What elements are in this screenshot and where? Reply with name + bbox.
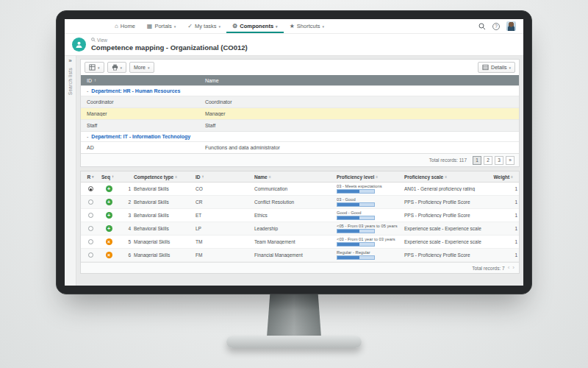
app-logo-icon [72, 38, 86, 52]
column-header-weight[interactable]: Weight ≡ [490, 174, 519, 180]
main-content: ▾ ▾ More ▾ Details [76, 56, 523, 286]
proficiency-bar[interactable] [337, 216, 375, 220]
status-added-icon: + [106, 199, 112, 205]
nav-item-shortcuts[interactable]: ★ Shortcuts ▾ [284, 19, 330, 33]
cell-weight: 1 [490, 199, 519, 205]
collapse-group-icon[interactable]: - [87, 134, 88, 139]
cell-proficiency-level: Regular - Regular [335, 250, 403, 260]
column-header-proficiency-level[interactable]: Proficiency level ≡ [335, 174, 403, 180]
cell-id: CO [194, 186, 253, 191]
table-row[interactable]: Staff Staff [81, 119, 519, 131]
page-button-3[interactable]: 3 [495, 156, 503, 165]
sort-asc-icon: ↑ [94, 78, 96, 82]
competences-table-header: R ▾ Seq ↑ Competence type ≡ ID [81, 171, 519, 183]
cell-proficiency-level: Good - Good [335, 210, 403, 220]
cell-proficiency-level: 03 - Good [335, 197, 403, 207]
view-label: View [97, 38, 107, 43]
table-row[interactable]: AD Functions and data administrator [81, 141, 519, 153]
table-row-selected[interactable]: Manager Manager [81, 107, 519, 119]
nav-label: Home [121, 23, 135, 29]
view-search-icon [91, 38, 96, 43]
level-label: Good - Good [337, 210, 401, 215]
more-button[interactable]: More ▾ [129, 62, 154, 73]
expand-panel-button[interactable]: » [68, 58, 71, 64]
competence-row[interactable]: × 6 Managerial Skills FM Financial Manag… [81, 249, 519, 262]
cell-id: LP [194, 226, 253, 231]
cell-proficiency-scale: PPS - Proficiency Profile Score [403, 252, 490, 258]
cell-proficiency-scale: PPS - Proficiency Profile Score [403, 213, 490, 218]
group-label[interactable]: Department: HR - Human Resources [91, 88, 180, 93]
cell-name: Manager [199, 111, 519, 116]
proficiency-bar[interactable] [337, 189, 375, 194]
collapse-group-icon[interactable]: - [87, 88, 88, 93]
details-button[interactable]: Details ▾ [478, 62, 515, 73]
status-added-icon: + [106, 185, 112, 192]
column-header-name[interactable]: Name ≡ [253, 174, 335, 180]
status-added-icon: + [106, 225, 112, 232]
row-select-radio[interactable] [88, 226, 93, 231]
row-select-radio[interactable] [88, 252, 93, 258]
print-button[interactable]: ▾ [107, 62, 127, 73]
competence-row[interactable]: × 5 Managerial Skills TM Team Management… [81, 236, 519, 249]
column-header-id[interactable]: ID ↑ [81, 78, 199, 83]
row-select-radio[interactable] [88, 199, 93, 205]
cell-name: Staff [199, 123, 519, 128]
column-label: R [87, 174, 90, 180]
row-select-radio[interactable] [88, 186, 93, 191]
table-icon [89, 64, 96, 71]
column-header-r[interactable]: R ▾ [81, 174, 100, 180]
positions-table-header: ID ↑ Name [81, 75, 519, 85]
monitor-frame: ⌂ Home ▦ Portals ▾ ✓ My tasks ▾ ⚙ Compon… [56, 10, 532, 294]
view-row: View [91, 38, 248, 43]
proficiency-bar[interactable] [337, 202, 375, 207]
cell-id: Staff [81, 123, 199, 128]
star-icon: ★ [290, 24, 295, 29]
row-select-radio[interactable] [88, 213, 93, 218]
level-label: 03 - Meets expectations [337, 184, 401, 188]
nav-item-components[interactable]: ⚙ Components ▾ [226, 19, 284, 33]
sort-asc-icon: ↑ [112, 174, 114, 179]
level-label: <05 - From 03 years to 05 years [337, 224, 401, 228]
competence-row[interactable]: + 1 Behavioral Skills CO Communication 0… [81, 183, 519, 196]
proficiency-bar[interactable] [337, 229, 375, 233]
nav-item-home[interactable]: ⌂ Home [109, 19, 141, 33]
chevron-down-icon: ▾ [98, 66, 100, 70]
page-button-1[interactable]: 1 [473, 156, 481, 165]
group-row-hr[interactable]: - Department: HR - Human Resources [81, 85, 519, 96]
competences-table-footer: Total records: 7 ‹ › [81, 262, 519, 273]
column-header-competence-type[interactable]: Competence type ≡ [132, 174, 194, 180]
page-button-next[interactable]: » [506, 156, 514, 165]
help-icon[interactable]: ? [492, 23, 500, 30]
competence-row[interactable]: + 3 Behavioral Skills ET Ethics Good - G… [81, 209, 519, 222]
proficiency-bar[interactable] [337, 255, 375, 260]
column-label: ID [196, 174, 201, 180]
group-row-it[interactable]: - Department: IT - Information Technolog… [81, 131, 519, 141]
column-header-seq[interactable]: Seq ↑ [100, 174, 132, 180]
nav-label: Shortcuts [297, 23, 320, 29]
cell-seq: 3 [118, 213, 132, 218]
competences-panel: R ▾ Seq ↑ Competence type ≡ ID [80, 171, 520, 274]
column-header-id[interactable]: ID ↑ [194, 174, 253, 180]
view-options-button[interactable]: ▾ [85, 62, 104, 73]
competence-row[interactable]: + 2 Behavioral Skills CR Conflict Resolu… [81, 196, 519, 209]
cell-competence-type: Behavioral Skills [132, 199, 194, 205]
page-button-2[interactable]: 2 [484, 156, 492, 165]
proficiency-bar[interactable] [337, 242, 375, 247]
next-page-button[interactable]: › [512, 265, 514, 271]
nav-item-portals[interactable]: ▦ Portals ▾ [141, 19, 182, 33]
column-header-name[interactable]: Name [199, 78, 519, 83]
chevron-down-icon: ▾ [121, 66, 123, 70]
group-label[interactable]: Department: IT - Information Technology [91, 134, 190, 139]
user-avatar[interactable] [506, 21, 516, 31]
prev-page-button[interactable]: ‹ [508, 265, 510, 271]
chevron-down-icon: ▾ [322, 24, 324, 29]
row-select-radio[interactable] [88, 239, 93, 244]
competence-row[interactable]: + 4 Behavioral Skills LP Leadership <05 … [81, 222, 519, 236]
column-menu-icon: ▾ [92, 174, 94, 179]
table-row[interactable]: Coordinator Coordinator [81, 96, 519, 107]
column-header-proficiency-scale[interactable]: Proficiency scale ≡ [403, 174, 490, 180]
nav-item-my-tasks[interactable]: ✓ My tasks ▾ [182, 19, 226, 33]
cell-name: Financial Management [253, 252, 335, 258]
cell-name: Leadership [253, 226, 335, 231]
search-icon[interactable] [478, 20, 486, 33]
